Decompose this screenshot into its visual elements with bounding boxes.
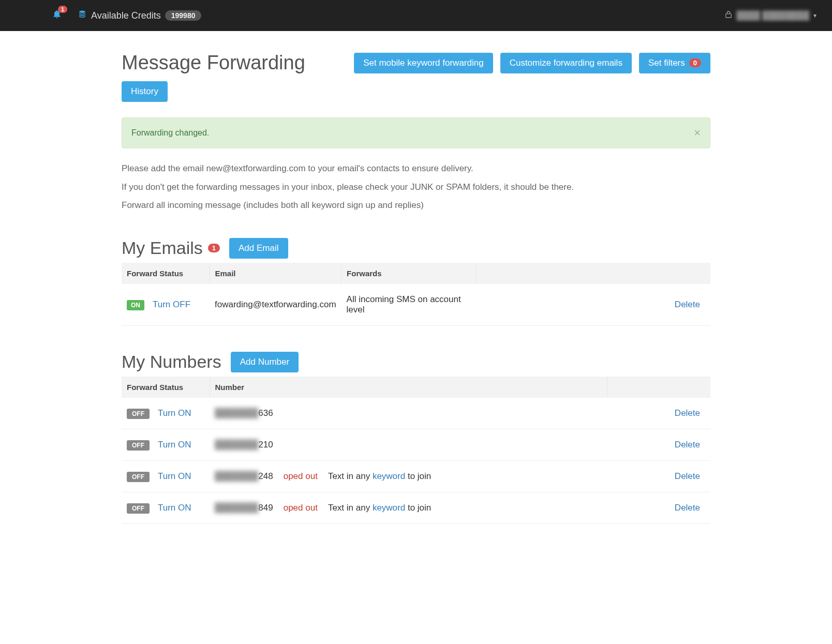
svg-point-0: [79, 10, 85, 13]
status-badge: OFF: [127, 503, 150, 514]
delete-link[interactable]: Delete: [675, 299, 700, 309]
number-cell: ███████636: [210, 398, 607, 429]
number-cell: ███████849oped outText in any keyword to…: [210, 492, 607, 523]
delete-link[interactable]: Delete: [675, 408, 700, 418]
add-email-button[interactable]: Add Email: [229, 238, 288, 259]
toggle-forward-link[interactable]: Turn ON: [158, 440, 191, 450]
number-cell: ███████210: [210, 429, 607, 460]
col-email: Email: [210, 263, 341, 284]
alert-text: Forwarding changed.: [131, 128, 209, 138]
opted-out-text: oped out: [284, 503, 318, 513]
email-cell: fowarding@textforwarding.com: [210, 284, 341, 326]
status-badge: OFF: [127, 472, 150, 482]
my-numbers-title: My Numbers: [122, 352, 221, 372]
delete-link[interactable]: Delete: [675, 440, 700, 450]
page-title: Message Forwarding: [122, 52, 305, 74]
credits-value: 199980: [165, 10, 202, 21]
toggle-forward-link[interactable]: Turn ON: [158, 471, 191, 481]
keyword-link[interactable]: keyword: [373, 471, 405, 481]
info-line-1: Please add the email new@textforwarding.…: [122, 162, 710, 175]
user-name: ████ ████████: [737, 11, 809, 20]
opted-out-text: oped out: [284, 471, 318, 482]
add-number-button[interactable]: Add Number: [231, 352, 299, 372]
col-forward-status-n: Forward Status: [122, 377, 210, 398]
notifications-button[interactable]: 1: [52, 9, 62, 22]
status-badge: OFF: [127, 409, 150, 419]
my-numbers-header: My Numbers Add Number: [122, 352, 710, 372]
info-line-2: If you don't get the forwarding messages…: [122, 181, 710, 194]
customize-forwarding-emails-button[interactable]: Customize forwarding emails: [500, 53, 632, 73]
forward-text: Text in any keyword to join: [328, 471, 431, 482]
info-line-3: Forward all incoming message (includes b…: [122, 199, 710, 212]
delete-link[interactable]: Delete: [675, 471, 700, 481]
delete-link[interactable]: Delete: [675, 503, 700, 513]
credits-icon: [78, 10, 87, 22]
forward-text: Text in any keyword to join: [328, 503, 431, 513]
table-row: OFFTurn ON███████248oped outText in any …: [122, 460, 710, 492]
table-row: OFFTurn ON███████636Delete: [122, 398, 710, 429]
svg-rect-1: [725, 14, 731, 18]
lock-icon: [724, 10, 733, 21]
set-filters-label: Set filters: [648, 58, 685, 68]
close-icon[interactable]: ×: [694, 126, 701, 140]
success-alert: Forwarding changed. ×: [122, 117, 710, 148]
col-actions: [476, 263, 710, 284]
status-badge: OFF: [127, 440, 150, 451]
page-header: Message Forwarding Set mobile keyword fo…: [122, 52, 710, 102]
history-button[interactable]: History: [122, 81, 168, 102]
notification-badge: 1: [58, 6, 67, 13]
set-filters-count: 0: [689, 58, 701, 67]
toggle-forward-link[interactable]: Turn OFF: [153, 299, 190, 309]
col-actions-n: [607, 377, 710, 398]
toggle-forward-link[interactable]: Turn ON: [158, 503, 191, 513]
user-menu[interactable]: ████ ████████ ▾: [724, 10, 816, 21]
emails-table: Forward Status Email Forwards ONTurn OFF…: [122, 263, 710, 326]
set-mobile-keyword-button[interactable]: Set mobile keyword forwarding: [354, 53, 493, 73]
caret-down-icon: ▾: [813, 12, 816, 19]
numbers-table: Forward Status Number OFFTurn ON███████6…: [122, 377, 710, 524]
credits-display: Available Credits 199980: [78, 10, 201, 22]
my-emails-title-text: My Emails: [122, 238, 203, 258]
table-row: ONTurn OFFfowarding@textforwarding.comAl…: [122, 284, 710, 326]
my-emails-header: My Emails 1 Add Email: [122, 238, 710, 259]
col-forwards: Forwards: [341, 263, 476, 284]
status-badge: ON: [127, 300, 144, 310]
credits-label: Available Credits: [91, 10, 161, 21]
forwards-cell: All incoming SMS on account level: [341, 284, 476, 326]
col-number: Number: [210, 377, 607, 398]
my-emails-title: My Emails 1: [122, 238, 220, 258]
table-row: OFFTurn ON███████849oped outText in any …: [122, 492, 710, 523]
keyword-link[interactable]: keyword: [373, 503, 405, 513]
set-filters-button[interactable]: Set filters 0: [639, 53, 710, 73]
toggle-forward-link[interactable]: Turn ON: [158, 408, 191, 418]
number-cell: ███████248oped outText in any keyword to…: [210, 460, 607, 492]
my-emails-count: 1: [208, 244, 220, 252]
col-forward-status: Forward Status: [122, 263, 210, 284]
table-row: OFFTurn ON███████210Delete: [122, 429, 710, 460]
topbar: 1 Available Credits 199980 ████ ████████…: [0, 0, 832, 31]
